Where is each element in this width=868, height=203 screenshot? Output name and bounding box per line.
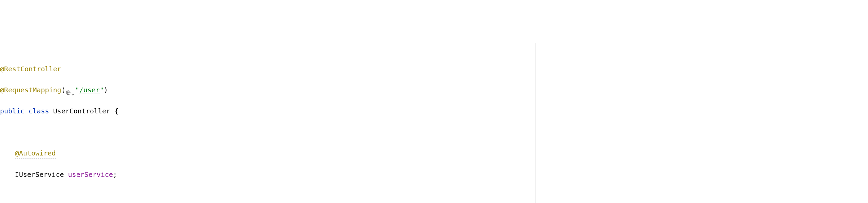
code-line[interactable]: @Autowired — [0, 148, 868, 159]
code-line[interactable]: @RequestMapping("/user") — [0, 85, 868, 95]
globe-icon[interactable] — [65, 88, 71, 93]
field-name: userService — [68, 170, 113, 179]
annotation-autowired: @Autowired — [15, 148, 56, 159]
chevron-down-icon[interactable] — [71, 89, 75, 92]
code-line[interactable]: IUserService userService; — [0, 169, 868, 180]
annotation-requestmapping: @RequestMapping — [0, 86, 61, 94]
code-editor[interactable]: @RestController @RequestMapping("/user")… — [0, 43, 868, 203]
annotation-restcontroller: @RestController — [0, 65, 61, 73]
class-name: UserController — [53, 107, 111, 115]
url-path[interactable]: /user — [79, 86, 100, 94]
code-line[interactable] — [0, 190, 868, 201]
code-line[interactable] — [0, 127, 868, 137]
code-line[interactable]: @RestController — [0, 64, 868, 74]
code-line[interactable]: public class UserController { — [0, 106, 868, 116]
